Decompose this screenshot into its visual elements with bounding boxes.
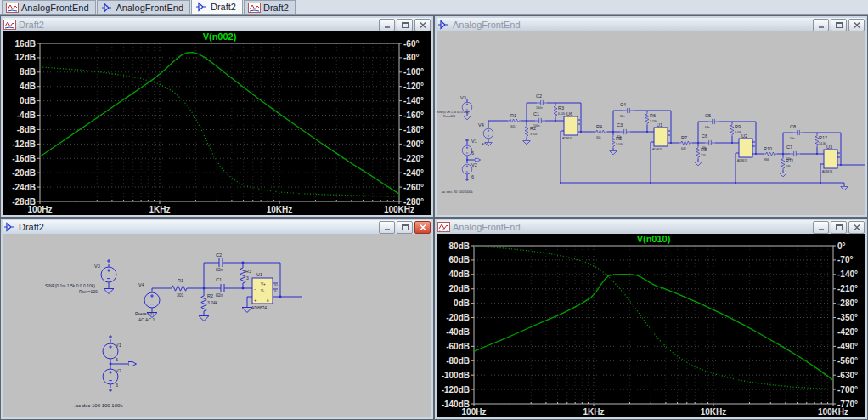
capacitor-c1 [535, 118, 545, 124]
bode-plot-vn002: 16dB12dB8dB4dB0dB-4dB-8dB-12dB-16dB-20dB… [3, 31, 431, 215]
schematic-text: AD8674 [562, 137, 572, 140]
window-analogfrontend-schematic: AnalogFrontEnd [434, 15, 868, 218]
trace-title: V(n010) [637, 234, 671, 244]
schematic-text: - [254, 287, 256, 292]
schematic-text: R4 [596, 124, 602, 129]
schematic-text: .ac dec 20 100 100k [441, 190, 474, 194]
tab-analogfrontend-schematic[interactable]: AnalogFrontEnd [97, 0, 191, 14]
resistor-r8 [696, 146, 700, 159]
voltage-source-v4 [144, 292, 160, 308]
opamp-u6 [564, 116, 578, 135]
minimize-button[interactable] [379, 19, 395, 31]
titlebar-draft2-waveform[interactable]: Draft2 [3, 18, 431, 31]
titlebar-draft2-schematic[interactable]: Draft2 [3, 220, 431, 234]
titlebar-analogfrontend-waveform[interactable]: AnalogFrontEnd [437, 220, 865, 234]
schematic-text: C6 [702, 133, 707, 139]
plot-plot-tl: 16dB12dB8dB4dB0dB-4dB-8dB-12dB-16dB-20dB… [12, 31, 424, 214]
resistor-r10 [764, 152, 777, 156]
schematic-text: 82n [617, 135, 622, 139]
window-title: AnalogFrontEnd [453, 222, 521, 232]
waveform-pane-vn002[interactable]: 16dB12dB8dB4dB0dB-4dB-8dB-12dB-16dB-20dB… [3, 31, 431, 215]
maximize-button[interactable] [831, 19, 847, 31]
ground-icon [841, 186, 848, 190]
close-button[interactable] [848, 221, 865, 234]
schematic-text: AD8674 [652, 148, 662, 151]
left-axis-tick-label: 16dB [15, 39, 36, 48]
left-axis-tick-label: 60dB [449, 255, 470, 264]
right-axis-tick-label: -700° [837, 385, 858, 394]
schematic-text: U2 [741, 133, 747, 139]
left-axis-tick-label: -40dB [446, 327, 470, 337]
schematic-text: 3.24k [207, 300, 218, 305]
schematic-text: 301 [177, 292, 184, 298]
schematic-tab-icon [101, 3, 114, 13]
schematic-text: 3.92k [530, 133, 538, 136]
schematic-text: C8 [790, 124, 796, 129]
schematic-text: C5 [705, 113, 711, 118]
waveform-pane-vn010[interactable]: 80dB60dB40dB20dB0dB-20dB-40dB-60dB-80dB-… [437, 234, 865, 417]
schematic-text: 196 [786, 165, 791, 168]
schematic-text: AC AC 1 [138, 317, 155, 322]
window-buttons [379, 19, 431, 31]
right-axis-tick-label: -220° [403, 154, 424, 163]
tab-analogfrontend-waveform[interactable]: AnalogFrontEnd [2, 0, 96, 14]
right-axis-tick-label: -350° [837, 313, 858, 322]
capacitor-c8 [793, 130, 803, 136]
trace-title: V(n002) [203, 31, 237, 42]
ground-icon [695, 162, 702, 166]
schematic-text: + [254, 298, 257, 303]
close-button[interactable] [414, 19, 431, 31]
capacitor-c6 [705, 140, 715, 146]
schematic-text: 82n [216, 267, 223, 272]
maximize-button[interactable] [397, 19, 413, 31]
schematic-canvas-draft2[interactable]: V3SINE(0 1m 1.5k 0 0 0 10k)Rser=120V4Rse… [3, 234, 431, 417]
schematic-text: 68n [705, 126, 710, 129]
right-axis-tick-label: -630° [837, 371, 858, 380]
ground-icon [199, 316, 209, 321]
close-button[interactable] [414, 221, 431, 234]
window-buttons [813, 221, 865, 234]
capacitor-c2 [537, 100, 547, 106]
left-axis-tick-label: -4dB [17, 111, 36, 120]
left-axis-tick-label: -8dB [17, 125, 36, 134]
right-axis-tick-label: -490° [837, 342, 858, 351]
tab-draft2-waveform[interactable]: Draft2 [244, 0, 296, 14]
schematic-canvas-analogfrontend[interactable]: V3SINE(0 1m 1.5k 0 0 0 10k)Rser=120V4AC … [437, 31, 865, 215]
schematic-text: Rser=120 [79, 289, 98, 294]
minimize-button[interactable] [813, 19, 829, 31]
tab-label: AnalogFrontEnd [21, 3, 89, 13]
schematic-text: 6 [471, 174, 474, 179]
schematic-text: R2 [207, 293, 213, 298]
left-axis-tick-label: 8dB [20, 67, 36, 77]
schematic-text: V+ [261, 282, 266, 287]
schematic-text: 301 [596, 136, 601, 139]
right-axis-tick-label: -180° [403, 125, 424, 134]
waveform-window-icon [3, 20, 16, 30]
schematic-text: 3 [246, 275, 249, 281]
close-button[interactable] [848, 19, 865, 31]
bode-plot-vn010: 80dB60dB40dB20dB0dB-20dB-40dB-60dB-80dB-… [437, 234, 865, 417]
schematic-text: R3 [558, 105, 564, 111]
resistor-r7 [679, 141, 692, 145]
ground-icon [780, 173, 787, 177]
right-axis-tick-label: 0° [837, 241, 846, 251]
capacitor-c5 [708, 119, 719, 125]
capacitor-c3 [620, 129, 630, 135]
minimize-button[interactable] [813, 221, 829, 234]
window-draft2-schematic: Draft2 [0, 218, 434, 420]
right-axis-tick-label: -240° [403, 168, 424, 178]
schematic-text: V2 [116, 368, 121, 373]
tab-draft2-schematic[interactable]: Draft2 [191, 0, 243, 14]
schematic-text: R3 [245, 269, 251, 274]
schematic-text: C3 [617, 122, 623, 128]
maximize-button[interactable] [831, 221, 847, 234]
schematic-text: R1 [510, 113, 516, 118]
minimize-button[interactable] [379, 221, 395, 234]
opamp-u1 [654, 128, 668, 146]
maximize-button[interactable] [397, 221, 413, 234]
right-axis-tick-label: -70° [837, 255, 853, 264]
schematic-text: R12 [819, 135, 827, 140]
schematic-text: C1 [533, 111, 539, 116]
titlebar-analogfrontend-schematic[interactable]: AnalogFrontEnd [437, 18, 865, 31]
schematic-text: 82n [620, 115, 625, 118]
